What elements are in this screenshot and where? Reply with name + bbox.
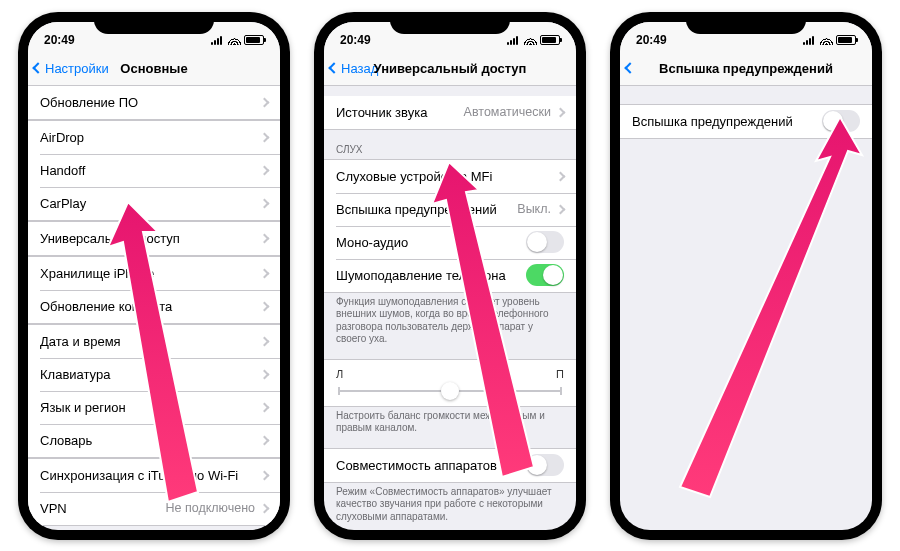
signal-icon — [507, 35, 521, 45]
status-icons — [803, 35, 856, 45]
content-list[interactable]: Обновление ПО AirDrop Handoff CarPlay Ун… — [28, 86, 280, 530]
signal-icon — [211, 35, 225, 45]
chevron-right-icon — [260, 503, 270, 513]
row-dictionary[interactable]: Словарь — [28, 424, 280, 457]
row-airdrop[interactable]: AirDrop — [28, 121, 280, 154]
status-icons — [507, 35, 560, 45]
row-hearing-compat[interactable]: Совместимость аппаратов — [324, 449, 576, 482]
row-mono-audio[interactable]: Моно-аудио — [324, 226, 576, 259]
battery-icon — [836, 35, 856, 45]
screen-led-flash: 20:49 Вспышка предупреждений Вспышка пре… — [620, 22, 872, 530]
notch — [390, 12, 510, 34]
chevron-right-icon — [260, 233, 270, 243]
chevron-right-icon — [260, 132, 270, 142]
content-list[interactable]: Вспышка предупреждений — [620, 86, 872, 530]
row-keyboard[interactable]: Клавиатура — [28, 358, 280, 391]
navbar: Назад Универсальный доступ — [324, 52, 576, 86]
row-storage[interactable]: Хранилище iPhone — [28, 257, 280, 290]
toggle-noise[interactable] — [526, 264, 564, 286]
screen-general: 20:49 Настройки Основные Обновление ПО A… — [28, 22, 280, 530]
chevron-right-icon — [260, 402, 270, 412]
chevron-right-icon — [260, 268, 270, 278]
noise-footer: Функция шумоподавления снижает уровень в… — [324, 293, 576, 349]
row-language[interactable]: Язык и регион — [28, 391, 280, 424]
row-mfi-hearing[interactable]: Слуховые устройства MFi — [324, 160, 576, 193]
row-software-update[interactable]: Обновление ПО — [28, 86, 280, 119]
nav-title: Вспышка предупреждений — [620, 61, 872, 76]
chevron-right-icon — [260, 369, 270, 379]
nav-title: Основные — [28, 61, 280, 76]
row-led-flash[interactable]: Вспышка предупрежденийВыкл. — [324, 193, 576, 226]
row-audio-source[interactable]: Источник звукаАвтоматически — [324, 96, 576, 129]
slider-thumb[interactable] — [441, 382, 459, 400]
row-handoff[interactable]: Handoff — [28, 154, 280, 187]
wifi-icon — [228, 35, 241, 45]
wifi-icon — [820, 35, 833, 45]
chevron-right-icon — [260, 470, 270, 480]
row-vpn[interactable]: VPNНе подключено — [28, 492, 280, 525]
chevron-right-icon — [260, 336, 270, 346]
signal-icon — [803, 35, 817, 45]
chevron-right-icon — [260, 97, 270, 107]
phone-2: 20:49 Назад Универсальный доступ Источни… — [314, 12, 586, 540]
navbar: Вспышка предупреждений — [620, 52, 872, 86]
row-noise-cancel[interactable]: Шумоподавление телефона — [324, 259, 576, 292]
chevron-right-icon — [260, 165, 270, 175]
chevron-right-icon — [556, 107, 566, 117]
row-itunes-sync[interactable]: Синхронизация с iTunes по Wi-Fi — [28, 459, 280, 492]
row-led-flash-toggle[interactable]: Вспышка предупреждений — [620, 105, 872, 138]
toggle-compat[interactable] — [526, 454, 564, 476]
chevron-right-icon — [556, 171, 566, 181]
status-time: 20:49 — [636, 33, 667, 47]
notch — [94, 12, 214, 34]
phone-3: 20:49 Вспышка предупреждений Вспышка пре… — [610, 12, 882, 540]
balance-footer: Настроить баланс громкости между левым и… — [324, 407, 576, 438]
row-accessibility[interactable]: Универсальный доступ — [28, 222, 280, 255]
row-balance-slider[interactable]: ЛП — [324, 360, 576, 406]
screen-accessibility: 20:49 Назад Универсальный доступ Источни… — [324, 22, 576, 530]
content-list[interactable]: Источник звукаАвтоматически СЛУХ Слуховы… — [324, 86, 576, 530]
status-time: 20:49 — [340, 33, 371, 47]
chevron-right-icon — [556, 204, 566, 214]
chevron-right-icon — [260, 301, 270, 311]
section-hearing: СЛУХ — [324, 140, 576, 159]
status-time: 20:49 — [44, 33, 75, 47]
status-icons — [211, 35, 264, 45]
chevron-right-icon — [260, 198, 270, 208]
compat-footer: Режим «Совместимость аппаратов» улучшает… — [324, 483, 576, 527]
battery-icon — [244, 35, 264, 45]
balance-slider[interactable] — [338, 390, 562, 392]
chevron-right-icon — [260, 435, 270, 445]
nav-title: Универсальный доступ — [324, 61, 576, 76]
row-datetime[interactable]: Дата и время — [28, 325, 280, 358]
phone-1: 20:49 Настройки Основные Обновление ПО A… — [18, 12, 290, 540]
notch — [686, 12, 806, 34]
wifi-icon — [524, 35, 537, 45]
battery-icon — [540, 35, 560, 45]
row-carplay[interactable]: CarPlay — [28, 187, 280, 220]
navbar: Настройки Основные — [28, 52, 280, 86]
toggle-led-flash[interactable] — [822, 110, 860, 132]
row-background-refresh[interactable]: Обновление контента — [28, 290, 280, 323]
toggle-mono[interactable] — [526, 231, 564, 253]
